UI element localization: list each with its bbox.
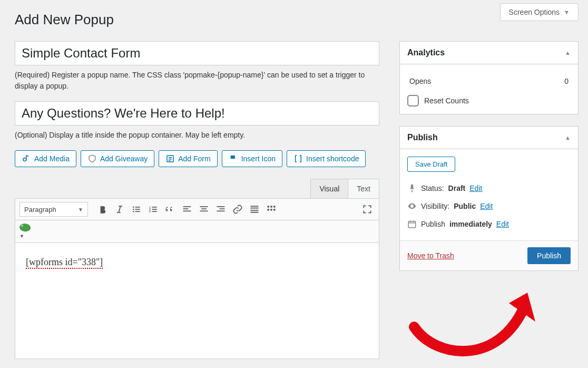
toolbar-toggle-button[interactable] <box>264 202 279 217</box>
save-draft-button[interactable]: Save Draft <box>407 157 455 172</box>
svg-rect-18 <box>201 208 207 209</box>
editor-shortcode-text: [wpforms id="338"] <box>26 257 103 269</box>
visibility-label: Visibility: <box>421 202 449 210</box>
svg-rect-29 <box>273 206 275 207</box>
svg-rect-28 <box>270 206 272 207</box>
insert-icon-button[interactable]: Insert Icon <box>222 150 282 167</box>
svg-text:3: 3 <box>149 210 151 213</box>
editor-tabs: Visual Text <box>15 179 379 198</box>
editor-toolbar: Paragraph ▼ 123 <box>15 198 379 220</box>
popup-name-hint: (Required) Register a popup name. The CS… <box>15 70 379 92</box>
chevron-down-icon: ▼ <box>19 234 24 239</box>
insert-shortcode-button[interactable]: Insert shortcode <box>287 150 366 167</box>
svg-rect-32 <box>273 209 275 210</box>
brackets-icon <box>293 154 303 163</box>
align-left-button[interactable] <box>180 202 194 217</box>
status-value: Draft <box>448 184 466 192</box>
chevron-up-icon: ▲ <box>565 134 571 141</box>
svg-rect-25 <box>251 210 259 211</box>
publish-heading: Publish <box>407 133 438 142</box>
popup-title-hint: (Optional) Display a title inside the po… <box>15 130 379 141</box>
svg-rect-30 <box>268 209 269 210</box>
camera-music-icon <box>22 154 31 163</box>
publish-box: Publish ▲ Save Draft Status: Draft Edit … <box>399 126 579 271</box>
chevron-down-icon: ▼ <box>564 9 570 15</box>
align-right-button[interactable] <box>213 202 228 217</box>
analytics-opens-label: Opens <box>409 77 431 85</box>
analytics-heading: Analytics <box>407 48 445 57</box>
svg-rect-13 <box>152 211 157 212</box>
analytics-opens-value: 0 <box>564 77 569 85</box>
read-more-button[interactable] <box>247 202 262 217</box>
analytics-header[interactable]: Analytics ▲ <box>400 42 578 64</box>
svg-rect-7 <box>135 211 140 212</box>
chevron-up-icon: ▲ <box>565 50 571 56</box>
svg-point-4 <box>133 211 134 212</box>
svg-rect-5 <box>135 207 140 208</box>
plugin-button[interactable]: ▼ <box>19 224 30 239</box>
annotation-arrow <box>404 274 551 368</box>
schedule-value: immediately <box>449 220 492 228</box>
align-center-button[interactable] <box>197 202 211 217</box>
add-media-button[interactable]: Add Media <box>15 150 76 167</box>
svg-rect-16 <box>183 211 191 212</box>
move-to-trash-link[interactable]: Move to Trash <box>407 251 454 260</box>
visibility-edit-link[interactable]: Edit <box>480 202 493 210</box>
svg-rect-21 <box>220 208 225 209</box>
screen-options-label: Screen Options <box>509 8 560 16</box>
editor-content-area[interactable]: [wpforms id="338"] <box>15 243 379 359</box>
reset-counts-label: Reset Counts <box>424 96 469 105</box>
numbered-list-button[interactable]: 123 <box>146 202 161 217</box>
svg-rect-11 <box>152 207 157 208</box>
publish-header[interactable]: Publish ▲ <box>400 127 578 149</box>
popup-title-input[interactable] <box>15 101 379 125</box>
visibility-value: Public <box>454 202 476 210</box>
screen-options-toggle[interactable]: Screen Options ▼ <box>500 3 579 21</box>
fullscreen-button[interactable] <box>360 202 375 217</box>
svg-rect-31 <box>270 209 272 210</box>
svg-rect-22 <box>217 211 225 212</box>
publish-button[interactable]: Publish <box>527 247 571 264</box>
bold-button[interactable] <box>95 202 110 217</box>
svg-rect-6 <box>135 209 140 210</box>
svg-rect-33 <box>408 221 416 228</box>
svg-rect-12 <box>152 209 157 210</box>
form-icon <box>165 154 175 163</box>
reset-counts-checkbox[interactable] <box>407 95 419 106</box>
sidebar: Analytics ▲ Opens 0 Reset Counts Publish… <box>399 41 579 283</box>
tab-visual[interactable]: Visual <box>310 179 348 198</box>
status-label: Status: <box>421 184 444 192</box>
format-select[interactable]: Paragraph ▼ <box>19 202 88 217</box>
blockquote-button[interactable] <box>163 202 178 217</box>
popup-name-input[interactable] <box>15 41 379 65</box>
svg-rect-26 <box>251 212 259 213</box>
add-giveaway-button[interactable]: Add Giveaway <box>81 150 154 167</box>
status-edit-link[interactable]: Edit <box>469 184 482 192</box>
editor-toolbar-row2: ▼ <box>15 220 379 243</box>
green-orb-icon <box>19 224 30 231</box>
svg-rect-23 <box>251 206 259 207</box>
main-column: (Required) Register a popup name. The CS… <box>15 41 379 359</box>
svg-point-3 <box>133 209 134 210</box>
svg-rect-24 <box>251 208 259 209</box>
pin-icon <box>407 183 417 193</box>
svg-rect-15 <box>183 208 189 209</box>
bullet-list-button[interactable] <box>129 202 144 217</box>
italic-button[interactable] <box>112 202 127 217</box>
tab-text[interactable]: Text <box>348 179 379 198</box>
eye-icon <box>407 201 417 211</box>
svg-rect-14 <box>183 206 191 207</box>
calendar-icon <box>407 219 417 229</box>
svg-rect-19 <box>200 211 208 212</box>
chevron-down-icon: ▼ <box>78 207 83 212</box>
svg-rect-27 <box>268 206 269 207</box>
flag-icon <box>229 154 238 163</box>
add-form-button[interactable]: Add Form <box>159 150 217 167</box>
shield-icon <box>87 154 97 163</box>
analytics-box: Analytics ▲ Opens 0 Reset Counts <box>399 41 579 114</box>
svg-rect-20 <box>217 206 225 207</box>
link-button[interactable] <box>230 202 245 217</box>
svg-rect-17 <box>200 206 208 207</box>
schedule-edit-link[interactable]: Edit <box>496 220 509 228</box>
media-button-row: Add Media Add Giveaway Add Form Insert I… <box>15 150 379 167</box>
